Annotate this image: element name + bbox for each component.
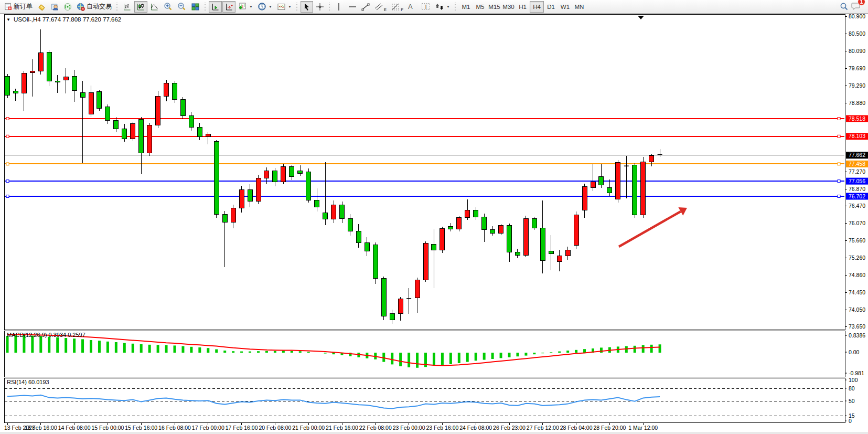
svg-text:73.650: 73.650 (849, 323, 865, 330)
gold-diamond-icon (37, 3, 46, 11)
candle-down (5, 77, 10, 95)
market-watch-button[interactable] (35, 1, 48, 13)
line-anchor (6, 180, 9, 183)
candle-up (231, 208, 235, 222)
svg-text:76.470: 76.470 (849, 203, 865, 209)
equidistant-channel-button[interactable]: E (372, 1, 389, 13)
candle-up (499, 226, 503, 234)
candle-down (432, 244, 436, 250)
candle-up (523, 219, 528, 256)
timeframe-M30[interactable]: M30 (501, 1, 516, 13)
svg-text:80: 80 (849, 385, 855, 391)
crosshair-button[interactable] (314, 1, 326, 13)
zoom-in-button[interactable] (162, 1, 175, 13)
chart-shift-button[interactable] (222, 1, 235, 13)
vertical-line-icon (335, 3, 342, 11)
candle-down (482, 217, 487, 229)
svg-text:75.260: 75.260 (849, 255, 865, 261)
svg-text:77.270: 77.270 (849, 168, 865, 175)
line-anchor (6, 163, 9, 165)
candle-down (381, 279, 386, 316)
templates-button[interactable]: ▼ (275, 1, 294, 13)
svg-text:0: 0 (849, 418, 852, 424)
candle-up (641, 162, 646, 215)
candle-up (281, 166, 286, 182)
autotrading-button[interactable]: 自动交易 (74, 1, 114, 13)
svg-text:76.070: 76.070 (849, 220, 865, 226)
candle-down (323, 213, 328, 219)
svg-text:50: 50 (849, 398, 855, 404)
svg-text:-0.981: -0.981 (849, 370, 864, 376)
text-tool-button[interactable]: A (406, 1, 419, 13)
svg-text:1 Mar 12:00: 1 Mar 12:00 (628, 425, 658, 431)
bar-chart-button[interactable] (121, 1, 134, 13)
timeframe-M15[interactable]: M15 (487, 1, 501, 13)
svg-text:14 Feb 08:00: 14 Feb 08:00 (58, 425, 91, 431)
svg-text:76.870: 76.870 (849, 186, 865, 192)
new-chart-button[interactable]: ▼ (236, 1, 255, 13)
candle-up (398, 299, 403, 314)
arrow-objects-icon (435, 3, 444, 11)
timeframe-group: M1M5M15M30H1H4D1W1MN (459, 1, 586, 13)
candle-up (22, 73, 26, 93)
candle-down (248, 190, 252, 202)
signals-button[interactable] (61, 1, 74, 13)
svg-text:17 Feb 16:00: 17 Feb 16:00 (226, 425, 258, 431)
line-anchor (838, 180, 840, 183)
candle-up (264, 171, 269, 178)
notifications-button[interactable]: 1 (851, 2, 861, 12)
search-icon (840, 2, 849, 11)
candle-down (356, 231, 361, 242)
line-anchor (838, 135, 840, 137)
candle-down (507, 226, 512, 252)
chart-legend: ▼USOil-,H4 77.674 77.808 77.620 77.662 (6, 16, 121, 23)
arrow-objects-button[interactable]: ▼ (433, 1, 452, 13)
zoom-out-button[interactable] (175, 1, 188, 13)
fibonacci-icon (391, 3, 401, 11)
line-chart-button[interactable] (148, 1, 161, 13)
text-label-button[interactable]: T (419, 1, 433, 13)
chart-window[interactable]: 80.90080.50080.09079.69079.29078.88077.2… (0, 14, 868, 434)
timeframe-MN[interactable]: MN (572, 1, 586, 13)
candle-down (633, 165, 637, 215)
price-badge-label: 78.518 (849, 115, 865, 122)
svg-text:23 Feb 00:00: 23 Feb 00:00 (393, 425, 425, 431)
candle-down (540, 228, 545, 260)
horizontal-line-button[interactable] (346, 1, 359, 13)
candle-up (38, 52, 43, 71)
auto-scroll-icon (211, 3, 220, 11)
tile-windows-button[interactable] (189, 1, 202, 13)
timeframe-H1[interactable]: H1 (516, 1, 530, 13)
timeframe-M1[interactable]: M1 (459, 1, 473, 13)
candlestick-chart-button[interactable] (134, 1, 147, 13)
new-order-label: 新订单 (14, 2, 33, 11)
svg-text:16 Feb 08:00: 16 Feb 08:00 (158, 425, 191, 431)
new-order-icon (4, 3, 12, 10)
navigator-button[interactable] (48, 1, 61, 13)
person-icon (50, 3, 59, 11)
periods-button[interactable]: ▼ (255, 1, 274, 13)
candle-up (440, 228, 445, 250)
timeframe-M5[interactable]: M5 (473, 1, 487, 13)
toolbar-grip (328, 2, 331, 12)
auto-scroll-button[interactable] (209, 1, 222, 13)
candle-down (222, 214, 227, 222)
chevron-down-icon: ▼ (446, 5, 450, 8)
new-order-button[interactable]: 新订单 (2, 1, 35, 13)
timeframe-D1[interactable]: D1 (544, 1, 558, 13)
candle-down (315, 200, 319, 207)
price-chart-svg: 80.90080.50080.09079.69079.29078.88077.2… (0, 14, 868, 434)
notification-badge: 1 (858, 0, 865, 6)
timeframe-W1[interactable]: W1 (558, 1, 572, 13)
vertical-line-button[interactable] (333, 1, 346, 13)
cursor-button[interactable] (301, 1, 313, 13)
trendline-button[interactable] (359, 1, 372, 13)
candle-up (30, 71, 35, 72)
candle-down (189, 116, 194, 127)
search-button[interactable] (838, 1, 851, 13)
candle-down (180, 100, 185, 116)
fibonacci-button[interactable]: F (389, 1, 405, 13)
chevron-down-icon: ▼ (269, 5, 272, 8)
toolbar-grip (115, 2, 119, 12)
timeframe-H4[interactable]: H4 (530, 1, 544, 13)
